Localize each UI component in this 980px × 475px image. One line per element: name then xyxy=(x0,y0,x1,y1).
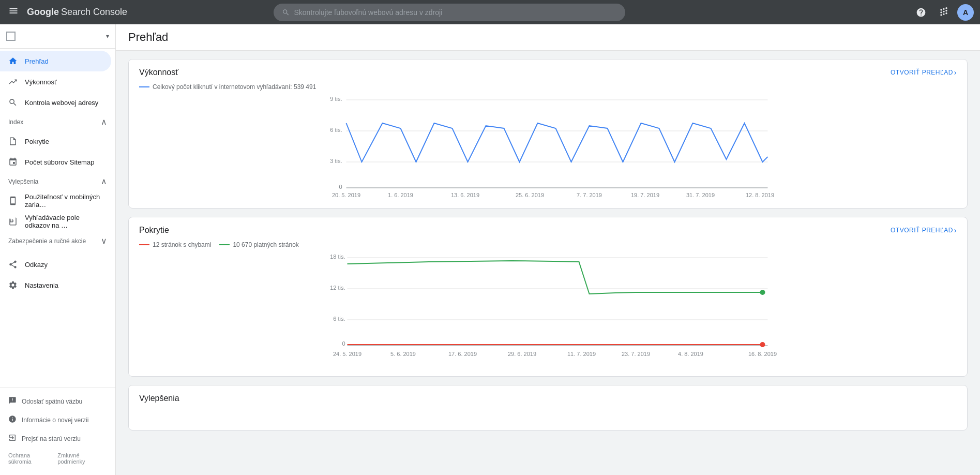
x-label-p8: 16. 8. 2019 xyxy=(748,351,777,357)
x-label-2: 1. 6. 2019 xyxy=(388,192,413,198)
vylepsenia-chevron-icon: ∧ xyxy=(101,176,107,186)
sidebar-item-pokrytie[interactable]: Pokrytie xyxy=(0,131,111,152)
app-logo: Google Search Console xyxy=(27,7,127,18)
performance-legend-line xyxy=(139,86,149,87)
sidebar-item-vyhladavacie[interactable]: Vyhľadávacie pole odkazov na … xyxy=(0,211,111,232)
pokrytie-errors-dot xyxy=(760,342,765,347)
main-content: Prehľad Výkonnosť OTVORIŤ PREHĽAD › Celk… xyxy=(116,24,980,475)
settings-icon xyxy=(8,280,19,290)
pokrytie-legend-valid: 10 670 platných stránok xyxy=(219,241,298,248)
index-section-label: Index xyxy=(8,118,23,126)
y-label-0: 0 xyxy=(339,184,342,190)
share-icon xyxy=(8,260,19,269)
y-label-9: 9 tis. xyxy=(330,96,342,102)
content-area: Výkonnosť OTVORIŤ PREHĽAD › Celkový poče… xyxy=(116,51,980,439)
feedback-icon xyxy=(8,396,17,407)
performance-line xyxy=(346,123,768,162)
performance-legend: Celkový počet kliknutí v internetovom vy… xyxy=(129,81,967,95)
sidebar-item-mobilne[interactable]: Použiteľnosť v mobilných zaria… xyxy=(0,190,111,211)
performance-chart-container: 9 tis. 6 tis. 3 tis. 0 20. 5. 2019 1 xyxy=(129,95,967,208)
sidebar-item-odkazy[interactable]: Odkazy xyxy=(0,254,111,275)
pokrytie-legend-errors: 12 stránok s chybami xyxy=(139,241,211,248)
sidebar-footer: Odoslať spätnú väzbu Informácie o novej … xyxy=(0,388,115,475)
property-selector[interactable]: ▾ xyxy=(0,24,115,49)
user-avatar[interactable]: A xyxy=(957,4,974,21)
search-bar xyxy=(274,4,625,21)
performance-card-title: Výkonnosť xyxy=(139,68,178,77)
layout: ▾ Prehľad Výkonnosť Ko xyxy=(0,24,980,475)
info-icon xyxy=(8,415,17,425)
index-chevron-icon: ∧ xyxy=(101,117,107,127)
pokrytie-card-link[interactable]: OTVORIŤ PREHĽAD › xyxy=(891,226,957,234)
x-label-p7: 4. 8. 2019 xyxy=(678,351,703,357)
performance-chart: 9 tis. 6 tis. 3 tis. 0 20. 5. 2019 1 xyxy=(139,95,957,198)
zabezpecenie-section-header[interactable]: Zabezpečenie a ručné akcie ∨ xyxy=(0,232,115,250)
page-title: Prehľad xyxy=(128,31,168,43)
search-circle-icon xyxy=(8,98,19,107)
search-box-icon xyxy=(8,217,19,226)
sidebar-item-prehlad[interactable]: Prehľad xyxy=(0,51,111,71)
sidebar-nav: Prehľad Výkonnosť Kontrola webovej adres… xyxy=(0,49,115,388)
sidebar-item-kontrola-label: Kontrola webovej adresy xyxy=(25,99,98,107)
sidebar-item-nastavenia-label: Nastavenia xyxy=(25,281,58,289)
pokrytie-card-title: Pokrytie xyxy=(139,226,169,235)
vylepsenia-card: Vylepšenia xyxy=(128,385,968,431)
pokrytie-errors-legend-line xyxy=(139,244,149,245)
sitemap-icon xyxy=(8,157,19,167)
page-header: Prehľad xyxy=(116,24,980,51)
privacy-link[interactable]: Ochrana súkromia xyxy=(8,452,53,465)
sidebar-item-vykonnost-label: Výkonnosť xyxy=(25,78,57,86)
pokrytie-valid-legend-line xyxy=(219,244,230,245)
property-chevron-icon[interactable]: ▾ xyxy=(106,33,109,40)
sidebar-item-feedback[interactable]: Odoslať spätnú väzbu xyxy=(0,392,115,411)
sidebar-item-sitemap[interactable]: Počet súborov Sitemap xyxy=(0,152,111,172)
x-label-3: 13. 6. 2019 xyxy=(451,192,479,198)
home-icon xyxy=(8,56,19,66)
sidebar-legal: Ochrana súkromia Zmluvné podmienky xyxy=(0,448,115,471)
index-section-header[interactable]: Index ∧ xyxy=(0,113,115,131)
terms-link[interactable]: Zmluvné podmienky xyxy=(57,452,107,465)
sidebar-item-sitemap-label: Počet súborov Sitemap xyxy=(25,158,94,166)
performance-link-chevron-icon: › xyxy=(954,68,957,77)
y-label-0: 0 xyxy=(342,340,345,347)
x-label-8: 12. 8. 2019 xyxy=(746,192,774,198)
trending-icon xyxy=(8,77,19,86)
pokrytie-link-chevron-icon: › xyxy=(954,226,957,234)
performance-card-link[interactable]: OTVORIŤ PREHĽAD › xyxy=(891,68,957,77)
help-button[interactable] xyxy=(912,3,930,22)
y-label-6: 6 tis. xyxy=(330,127,342,133)
performance-card-header: Výkonnosť OTVORIŤ PREHĽAD › xyxy=(129,60,967,81)
mobile-icon xyxy=(8,196,19,205)
sidebar-item-stara-verzia-label: Prejsť na starú verziu xyxy=(22,435,81,442)
sidebar-item-prehlad-label: Prehľad xyxy=(25,57,49,65)
y-label-12: 12 tis. xyxy=(330,285,345,291)
sidebar-item-kontrola[interactable]: Kontrola webovej adresy xyxy=(0,92,111,113)
x-label-p6: 23. 7. 2019 xyxy=(622,351,650,357)
search-input[interactable] xyxy=(294,8,617,17)
exit-icon xyxy=(8,434,17,444)
menu-icon[interactable] xyxy=(6,4,21,21)
sidebar-item-nastavenia[interactable]: Nastavenia xyxy=(0,275,111,295)
topbar-right: A xyxy=(912,3,974,22)
pokrytie-legend: 12 stránok s chybami 10 670 platných str… xyxy=(129,239,967,253)
apps-button[interactable] xyxy=(934,3,953,22)
vylepsenia-card-body xyxy=(129,409,967,430)
zabezpecenie-chevron-icon: ∨ xyxy=(101,236,107,246)
x-label-5: 7. 7. 2019 xyxy=(577,192,602,198)
search-icon xyxy=(282,8,290,17)
performance-legend-label: Celkový počet kliknutí v internetovom vy… xyxy=(153,83,316,91)
sidebar-item-vykonnost[interactable]: Výkonnosť xyxy=(0,71,111,92)
sidebar-item-odkazy-label: Odkazy xyxy=(25,261,48,269)
vylepsenia-section-header[interactable]: Vylepšenia ∧ xyxy=(0,172,115,190)
x-label-p4: 29. 6. 2019 xyxy=(508,351,536,357)
sidebar-item-nova-verzia[interactable]: Informácie o novej verzii xyxy=(0,411,115,429)
y-label-3: 3 tis. xyxy=(330,158,342,164)
performance-legend-item: Celkový počet kliknutí v internetovom vy… xyxy=(139,83,316,91)
sidebar-item-vyhladavacie-label: Vyhľadávacie pole odkazov na … xyxy=(25,214,103,229)
x-label-p2: 5. 6. 2019 xyxy=(390,351,416,357)
pokrytie-card-header: Pokrytie OTVORIŤ PREHĽAD › xyxy=(129,217,967,239)
sidebar-item-stara-verzia[interactable]: Prejsť na starú verziu xyxy=(0,429,115,448)
pokrytie-chart-container: 18 tis. 12 tis. 6 tis. 0 xyxy=(129,253,967,376)
logo-google: Google xyxy=(27,7,59,18)
performance-card: Výkonnosť OTVORIŤ PREHĽAD › Celkový poče… xyxy=(128,59,968,209)
